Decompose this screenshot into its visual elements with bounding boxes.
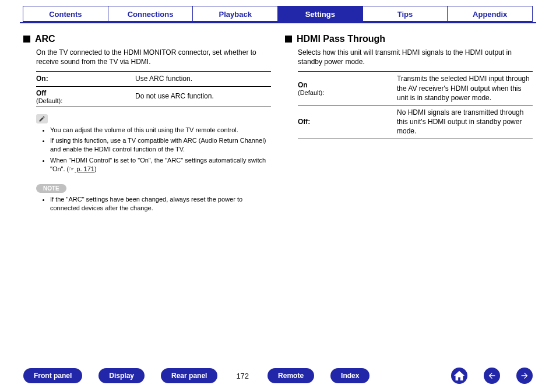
arc-option-off: Off (Default): Do not use ARC function. <box>36 87 271 107</box>
arc-option-off-desc: Do not use ARC function. <box>135 91 271 101</box>
nav-remote[interactable]: Remote <box>268 368 314 383</box>
prev-page-icon[interactable] <box>484 368 500 384</box>
nav-rear-panel[interactable]: Rear panel <box>161 368 217 383</box>
arc-section: ARC On the TV connected to the HDMI MONI… <box>23 34 271 214</box>
arc-option-on-desc: Use ARC function. <box>135 74 271 83</box>
tab-contents[interactable]: Contents <box>23 6 108 22</box>
arc-notes-list: If the "ARC" settings have been changed,… <box>43 195 271 213</box>
bottom-nav-bar: Front panel Display Rear panel 172 Remot… <box>0 368 556 384</box>
next-page-icon[interactable] <box>516 368 533 384</box>
tab-settings[interactable]: Settings <box>277 6 363 22</box>
tab-playback[interactable]: Playback <box>192 6 278 22</box>
hdmi-section: HDMI Pass Through Selects how this unit … <box>285 34 533 214</box>
nav-index[interactable]: Index <box>330 368 370 383</box>
hdmi-option-off: Off: No HDMI signals are transmitted thr… <box>298 105 533 139</box>
arc-option-off-label: Off (Default): <box>36 89 135 104</box>
square-bullet-icon <box>285 36 292 43</box>
tab-appendix[interactable]: Appendix <box>447 6 533 22</box>
arc-tips-list: You can adjust the volume of this unit u… <box>43 126 271 174</box>
arc-tip-3: When "HDMI Control" is set to "On", the … <box>50 156 271 174</box>
hdmi-option-on: On (Default): Transmits the selected HDM… <box>298 72 533 105</box>
hdmi-options-table: On (Default): Transmits the selected HDM… <box>298 71 533 139</box>
content-area: ARC On the TV connected to the HDMI MONI… <box>0 23 556 214</box>
hdmi-option-on-label: On (Default): <box>298 81 397 96</box>
home-icon[interactable] <box>451 368 467 384</box>
square-bullet-icon <box>23 36 30 43</box>
arc-options-table: On: Use ARC function. Off (Default): Do … <box>36 71 271 107</box>
arc-title-row: ARC <box>23 34 271 44</box>
arc-option-on: On: Use ARC function. <box>36 72 271 86</box>
hdmi-option-off-desc: No HDMI signals are transmitted through … <box>397 108 533 136</box>
arc-intro: On the TV connected to the HDMI MONITOR … <box>36 48 271 66</box>
tab-connections[interactable]: Connections <box>108 6 193 22</box>
top-tab-bar: Contents Connections Playback Settings T… <box>0 0 556 22</box>
hdmi-title-row: HDMI Pass Through <box>285 34 533 44</box>
arc-option-on-label: On: <box>36 75 135 83</box>
tab-tips[interactable]: Tips <box>363 6 448 22</box>
hdmi-intro: Selects how this unit will transmit HDMI… <box>298 48 533 66</box>
arc-tip-2: If using this function, use a TV compati… <box>50 136 271 154</box>
page-link-171[interactable]: p. 171 <box>75 165 94 172</box>
hdmi-option-on-desc: Transmits the selected HDMI input throug… <box>397 74 533 103</box>
page-number: 172 <box>234 372 251 380</box>
arc-tip-1: You can adjust the volume of this unit u… <box>50 126 271 135</box>
hdmi-option-off-label: Off: <box>298 118 397 126</box>
nav-front-panel[interactable]: Front panel <box>23 368 82 383</box>
pencil-icon <box>36 114 48 123</box>
hdmi-title: HDMI Pass Through <box>297 34 385 44</box>
note-label: NOTE <box>36 184 66 193</box>
arc-title: ARC <box>35 34 55 44</box>
arc-note-1: If the "ARC" settings have been changed,… <box>50 195 271 213</box>
nav-display[interactable]: Display <box>98 368 145 383</box>
